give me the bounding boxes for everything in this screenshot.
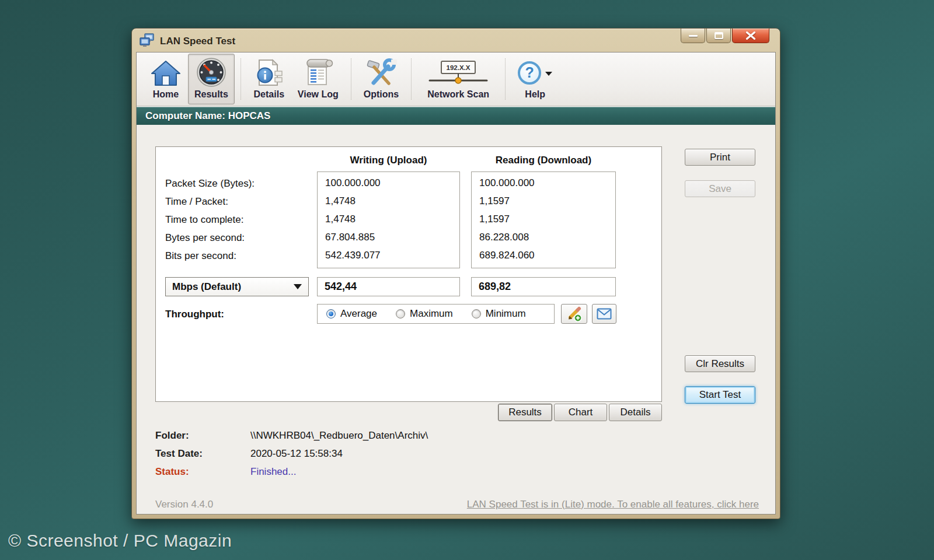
tab-chart[interactable]: Chart [554,404,607,421]
toolbar-label-results: Results [194,89,228,100]
reading-time-complete: 1,1597 [479,214,510,226]
maximize-icon [715,32,723,39]
throughput-radio-group: Average Maximum Minimum [317,304,555,324]
computer-name-text: Computer Name: HOPCAS [145,110,270,122]
clear-results-label: Clr Results [696,358,744,370]
row-label-time-packet: Time / Packet: [165,196,228,208]
help-dropdown-caret [545,72,552,76]
app-icon [140,33,155,50]
maximize-button[interactable] [706,29,731,43]
row-label-time-complete: Time to complete: [165,214,243,226]
titlebar[interactable]: LAN Speed Test [132,29,780,52]
help-question-glyph: ? [525,64,534,81]
status-label: Status: [155,466,189,478]
toolbar-button-help[interactable]: ? Help [511,54,559,104]
radio-maximum-button[interactable] [396,309,405,318]
tab-chart-label: Chart [569,407,593,418]
toolbar-label-details: Details [254,89,284,100]
test-date-value: 2020-05-12 15:58:34 [250,448,343,460]
radio-average-button[interactable] [326,309,336,318]
toolbar-button-details[interactable]: Details [247,54,291,104]
writing-packet-size: 100.000.000 [325,177,381,190]
writing-bytes-per-second: 67.804.885 [325,232,375,244]
writing-time-packet: 1,4748 [325,195,356,208]
reading-packet-size: 100.000.000 [479,177,535,190]
radio-maximum-label: Maximum [410,308,453,320]
window-title: LAN Speed Test [160,36,235,47]
folder-value: \\NWKHRB04\_Redbuero_Daten\Archiv\ [250,430,428,442]
reading-time-packet: 1,1597 [479,195,510,208]
envelope-icon [597,308,612,320]
toolbar-separator [241,58,241,100]
clear-results-button[interactable]: Clr Results [685,355,755,372]
save-button[interactable]: Save [685,180,755,197]
unit-dropdown[interactable]: Mbps (Default) [165,277,309,296]
tab-results-label: Results [508,407,542,418]
pencil-plus-icon [566,306,583,322]
home-icon [150,58,182,88]
toolbar-button-viewlog[interactable]: View Log [291,54,345,104]
toolbar-button-results[interactable]: Results [188,54,235,104]
writing-column-header: Writing (Upload) [317,155,460,166]
toolbar: Home Results [137,52,775,106]
toolbar-separator [411,58,412,100]
radio-minimum-label: Minimum [486,308,526,320]
window-controls [681,29,769,43]
toolbar-label-viewlog: View Log [298,89,339,100]
desktop-background: © Screenshot / PC Magazin LAN Speed Test [0,0,934,560]
toolbar-button-options[interactable]: Options [357,54,405,104]
radio-average[interactable]: Average [326,308,377,320]
lite-mode-link[interactable]: LAN Speed Test is in (Lite) mode. To ena… [467,499,759,510]
print-button-label: Print [710,152,730,163]
app-window: LAN Speed Test [131,28,780,519]
log-paper-icon [301,58,335,88]
help-icon: ? [518,58,552,88]
toolbar-button-home[interactable]: Home [144,54,188,104]
tools-icon [365,58,397,88]
network-icon-text: 192.X.X [447,64,471,71]
row-label-packet-size: Packet Size (Bytes): [165,178,255,190]
writing-throughput-value: 542,44 [325,281,357,293]
reading-throughput-value: 689,82 [479,281,511,293]
reading-throughput-field[interactable]: 689,82 [471,277,616,296]
row-label-bytes-per-second: Bytes per second: [165,232,245,244]
close-icon [745,32,756,40]
computer-name-banner: Computer Name: HOPCAS [137,107,775,125]
tab-results[interactable]: Results [498,404,552,421]
radio-maximum[interactable]: Maximum [396,308,453,320]
toolbar-label-home: Home [153,89,179,100]
email-button[interactable] [592,304,616,324]
start-test-button[interactable]: Start Test [685,386,755,404]
throughput-label: Throughput: [165,309,224,320]
radio-minimum[interactable]: Minimum [472,308,526,320]
version-text: Version 4.4.0 [155,499,213,510]
toolbar-label-help: Help [525,89,545,100]
writing-values-box: 100.000.000 1,4748 1,4748 67.804.885 542… [317,172,460,268]
results-panel: Writing (Upload) Reading (Download) Pack… [155,146,662,402]
close-button[interactable] [732,29,769,43]
tab-details-label: Details [621,407,651,418]
toolbar-button-networkscan[interactable]: 192.X.X Network Scan [417,54,499,104]
writing-throughput-field[interactable]: 542,44 [317,277,460,296]
reading-bits-per-second: 689.824.060 [479,250,535,262]
minimize-button[interactable] [681,29,705,43]
status-value: Finished... [250,466,296,478]
toolbar-separator [351,58,351,100]
toolbar-label-networkscan: Network Scan [427,89,489,100]
row-label-bits-per-second: Bits per second: [165,250,236,262]
edit-add-button[interactable] [561,304,587,324]
toolbar-label-options: Options [364,89,399,100]
writing-bits-per-second: 542.439.077 [325,250,381,262]
tab-details[interactable]: Details [609,404,662,421]
reading-bytes-per-second: 86.228.008 [479,232,529,244]
start-test-label: Start Test [699,389,741,401]
writing-time-complete: 1,4748 [325,214,356,226]
reading-column-header: Reading (Download) [471,155,616,166]
folder-label: Folder: [155,430,189,442]
radio-minimum-button[interactable] [472,309,481,318]
unit-dropdown-value: Mbps (Default) [172,281,241,293]
radio-average-label: Average [340,308,377,320]
reading-values-box: 100.000.000 1,1597 1,1597 86.228.008 689… [471,172,616,268]
network-scan-icon: 192.X.X [424,58,493,88]
print-button[interactable]: Print [685,149,755,166]
